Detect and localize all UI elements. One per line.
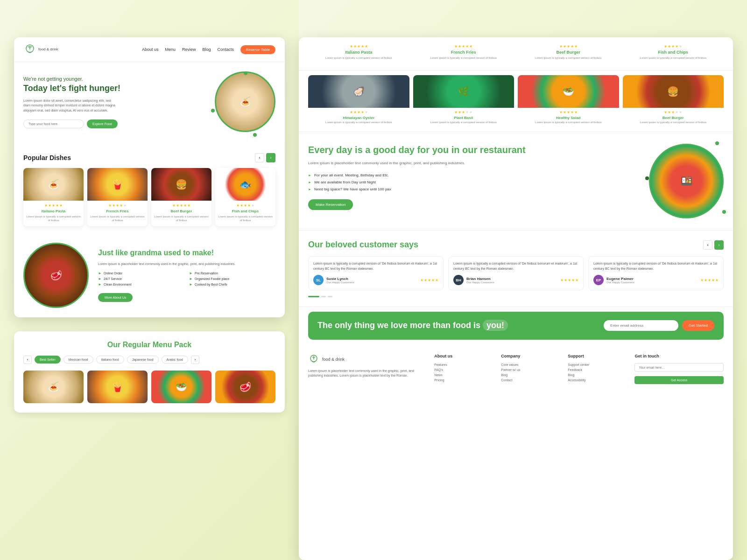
testimonials-grid: Lorem ipsum is typically a corrupted ver… — [308, 256, 724, 290]
restaurant-content: Every day is a good day for you in our r… — [308, 144, 640, 210]
footer-links: Support center Feedback Blog Accessibili… — [568, 362, 627, 383]
reserve-table-button[interactable]: Reserve Table — [240, 45, 275, 54]
fries-img: 🍟 — [87, 168, 148, 201]
nav-contacts[interactable]: Contacts — [217, 47, 234, 52]
dish-card-fries: 🍟 ★★★★★ French Fries Lorem ipsum is typi… — [87, 168, 148, 226]
dish-name: French Fries — [90, 209, 145, 213]
footer-link[interactable]: Partner w/ us — [501, 367, 560, 372]
grandma-food-image: 🥩 — [23, 243, 89, 308]
cta-form: Get Started — [604, 320, 714, 331]
footer-col-contact: Get in touch Get Access — [634, 354, 724, 384]
nav-menu[interactable]: Menu — [165, 47, 176, 52]
dot-decoration — [79, 305, 83, 308]
grandma-description: Lorem ipsum is placeholder text commonly… — [98, 262, 275, 267]
testimonial-card: Lorem ipsum is typically a corrupted ver… — [588, 256, 724, 290]
author-name: Brian Hansen — [466, 277, 557, 281]
menu-next-button[interactable]: › — [191, 356, 199, 364]
footer-link[interactable]: Features — [434, 362, 493, 367]
dish-description: Lorem ipsum is typically a corrupted ver… — [416, 121, 512, 125]
dish-stars: ★★★★★ — [413, 44, 514, 49]
fries-food-img: 🍟 — [87, 168, 148, 201]
feature-item: ► 24/7 Service — [98, 277, 184, 281]
testimonials-prev-button[interactable]: ‹ — [703, 240, 712, 250]
dish-stars: ★★★★★ — [308, 44, 409, 49]
cta-email-input[interactable] — [604, 320, 678, 331]
website-mockup: food & drink About us Menu Review Blog C… — [14, 37, 285, 317]
next-dish-button[interactable]: › — [266, 153, 275, 162]
footer-link[interactable]: Blog — [501, 372, 560, 378]
food-search-input[interactable] — [23, 119, 84, 128]
nav-blog[interactable]: Blog — [202, 47, 211, 52]
pasta-food-img: 🍝 — [23, 168, 84, 201]
footer-link[interactable]: Feedback — [568, 367, 627, 372]
features-grid: ► Online Order ► Pre Reservation ► 24/7 … — [98, 271, 275, 287]
author-avatar: EP — [593, 275, 604, 285]
testimonial-text: Lorem ipsum is typically a corrupted ver… — [313, 261, 438, 271]
top-dish-desc: Lorem ipsum is typically a corrupted ver… — [518, 56, 619, 60]
explore-food-button[interactable]: Explore Food — [87, 119, 118, 128]
dish-stars: ★★★★★ — [625, 110, 722, 114]
footer-link[interactable]: FAQ's — [434, 367, 493, 372]
dish-description: Lorem ipsum is typically a corrupted ver… — [218, 215, 273, 223]
right-content: ★★★★★ Italiano Pasta Lorem ipsum is typi… — [299, 37, 733, 560]
more-about-button[interactable]: More About Us — [98, 293, 133, 302]
dish-info: ★★★★★ Italiano Pasta Lorem ipsum is typi… — [23, 201, 84, 223]
menu-tab-arabic[interactable]: Arabic food — [162, 356, 188, 364]
dish-info: ★★★★★ Beef Burger Lorem ipsum is typical… — [623, 108, 724, 127]
footer-link[interactable]: Contact — [501, 378, 560, 383]
feature-item: ► Online Order — [98, 271, 184, 275]
menu-tab-italiano[interactable]: Italiano food — [96, 356, 124, 364]
dot-decoration — [244, 71, 247, 75]
author-avatar: BH — [453, 275, 464, 285]
footer-description: Lorem ipsum is placeholder text commonly… — [308, 369, 427, 378]
dish-name: Plant Basil — [416, 116, 512, 120]
burger-img: 🍔 — [151, 168, 211, 201]
testimonial-author: SL Susie Lynch Our Happy Customers ★★★★★ — [313, 275, 438, 285]
menu-pack-section: Our Regular Menu Pack ‹ Best Seller Mexi… — [14, 331, 285, 413]
author-stars: ★★★★★ — [700, 278, 719, 282]
footer-email-input[interactable] — [634, 363, 724, 372]
dish-description: Lorem ipsum is typically a corrupted ver… — [520, 121, 617, 125]
nav-about[interactable]: About us — [142, 47, 159, 52]
dot-decoration — [722, 210, 726, 214]
author-name: Susie Lynch — [326, 277, 417, 281]
dot-decoration — [645, 176, 649, 180]
author-info: Eugene Palmer Our Happy Customers — [606, 277, 698, 284]
menu-item-3: 🥗 — [151, 371, 211, 403]
hero-text: We're not getting younger. Today let's f… — [23, 76, 215, 128]
footer-logo-text: food & drink — [322, 357, 345, 362]
restaurant-food-img: 🍱 — [650, 145, 722, 217]
footer-links: Core values Partner w/ us Blog Contact — [501, 362, 560, 383]
menu-tab-bestseller[interactable]: Best Seller — [35, 356, 61, 364]
footer-link[interactable]: Core values — [501, 362, 560, 367]
second-dishes-section: 🦪 ★★★★★ Himalayan Oyster Lorem ipsum is … — [299, 70, 733, 132]
feature-item: We are available from Day until Night — [308, 179, 640, 186]
menu-item-1: 🍝 — [23, 371, 84, 403]
get-started-button[interactable]: Get Started — [682, 320, 714, 331]
feature-label: Online Order — [104, 272, 122, 275]
make-reservation-button[interactable]: Make Reservation — [308, 199, 353, 210]
get-access-button[interactable]: Get Access — [634, 376, 724, 384]
footer-link[interactable]: Accessibility — [568, 378, 627, 383]
footer-link[interactable]: Blog — [568, 372, 627, 378]
menu-item-2: 🍟 — [87, 371, 148, 403]
prev-dish-button[interactable]: ‹ — [255, 153, 264, 162]
menu-pack-title: Our Regular Menu Pack — [23, 341, 275, 349]
footer-link[interactable]: News — [434, 372, 493, 378]
testimonials-nav: ‹ › — [703, 240, 724, 250]
nav-review[interactable]: Review — [182, 47, 196, 52]
menu-prev-button[interactable]: ‹ — [23, 356, 32, 364]
author-info: Susie Lynch Our Happy Customers — [326, 277, 417, 284]
menu-tab-japanese[interactable]: Japanese food — [127, 356, 159, 364]
author-role: Our Happy Customers — [326, 281, 417, 284]
footer-link[interactable]: Pricing — [434, 378, 493, 383]
dot-decoration — [79, 243, 83, 246]
restaurant-title: Every day is a good day for you in our r… — [308, 144, 640, 156]
feature-item: For your all event. Meeting, Birthday an… — [308, 172, 640, 179]
feature-arrow-icon: ► — [98, 271, 102, 275]
search-bar: Explore Food — [23, 119, 215, 128]
menu-tab-mexican[interactable]: Mexican food — [63, 356, 93, 364]
testimonials-next-button[interactable]: › — [714, 240, 724, 250]
footer-link[interactable]: Support center — [568, 362, 627, 367]
chips-img: 🐟 — [215, 168, 275, 201]
